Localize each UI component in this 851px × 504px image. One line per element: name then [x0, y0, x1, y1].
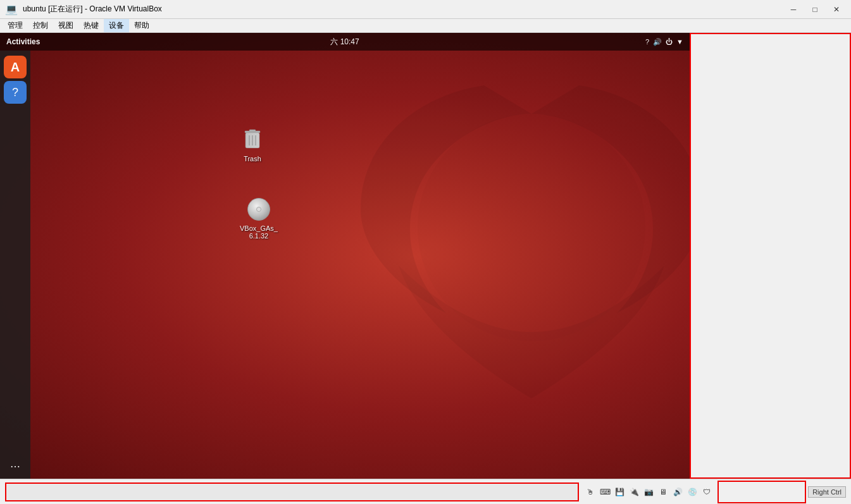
- svg-rect-2: [249, 130, 256, 132]
- window-title: ubuntu [正在运行] - Oracle VM VirtualBox: [23, 4, 162, 15]
- audio-status-icon: 🔊: [671, 486, 684, 498]
- activities-label[interactable]: Activities: [6, 37, 40, 46]
- svg-point-0: [418, 114, 645, 341]
- disc-hole: [256, 207, 261, 212]
- mouse-status-icon: 🖱: [584, 486, 597, 498]
- svg-rect-7: [245, 133, 259, 148]
- ubuntu-software-icon[interactable]: A: [4, 56, 27, 78]
- tray-arrow[interactable]: ▼: [676, 38, 683, 46]
- system-clock: 六 10:47: [330, 37, 359, 47]
- menu-manage[interactable]: 管理: [3, 19, 28, 32]
- trash-label: Trash: [244, 155, 261, 163]
- main-area: Activities 六 10:47 ? 🔊 ⏻ ▼ A ? ⋯: [0, 33, 851, 479]
- vbox-ga-label: VBox_GAs_6.1.32: [240, 224, 278, 240]
- disc-visual: [247, 198, 270, 221]
- menu-hotkey[interactable]: 热键: [78, 19, 104, 32]
- shield-status-icon: 🛡: [700, 486, 713, 498]
- storage-status-icon: 💾: [613, 486, 626, 498]
- volume-icon[interactable]: 🔊: [653, 38, 662, 46]
- ubuntu-sidebar: A ? ⋯: [0, 51, 30, 479]
- trash-icon[interactable]: Trash: [237, 125, 268, 165]
- ubuntu-topbar: Activities 六 10:47 ? 🔊 ⏻ ▼: [0, 33, 690, 51]
- bottom-right-panel: [717, 481, 806, 503]
- trash-svg: [242, 128, 263, 151]
- app-icon: 💻: [5, 3, 18, 15]
- close-button[interactable]: ✕: [827, 3, 846, 16]
- ubuntu-desktop[interactable]: Activities 六 10:47 ? 🔊 ⏻ ▼ A ? ⋯: [0, 33, 690, 479]
- minimize-button[interactable]: ─: [784, 3, 803, 16]
- statusbar-left-area: [5, 482, 579, 501]
- right-panel: [690, 33, 851, 479]
- display-status-icon: 🖥: [657, 486, 669, 498]
- camera-status-icon: 📷: [642, 486, 655, 498]
- disc-image: [246, 197, 271, 222]
- statusbar-right-area: 🖱 ⌨ 💾 🔌 📷 🖥 🔊 💿 🛡 Right Ctrl: [584, 481, 846, 503]
- system-tray: ? 🔊 ⏻ ▼: [645, 38, 683, 46]
- keyboard-status-icon: ⌨: [599, 486, 611, 498]
- optical-status-icon: 💿: [686, 486, 699, 498]
- statusbar: 🖱 ⌨ 💾 🔌 📷 🖥 🔊 💿 🛡 Right Ctrl: [0, 479, 851, 504]
- menu-view[interactable]: 视图: [53, 19, 78, 32]
- power-icon[interactable]: ⏻: [666, 38, 673, 46]
- help-icon[interactable]: ?: [4, 81, 27, 104]
- menu-control[interactable]: 控制: [28, 19, 53, 32]
- right-ctrl-label: Right Ctrl: [808, 486, 846, 498]
- menubar: 管理 控制 视图 热键 设备 帮助: [0, 19, 851, 33]
- ubuntu-decoration: [342, 66, 690, 446]
- titlebar: 💻 ubuntu [正在运行] - Oracle VM VirtualBox ─…: [0, 0, 851, 19]
- trash-image: [240, 127, 265, 152]
- titlebar-left: 💻 ubuntu [正在运行] - Oracle VM VirtualBox: [5, 3, 162, 15]
- vbox-ga-icon[interactable]: VBox_GAs_6.1.32: [237, 194, 280, 242]
- vm-screen[interactable]: Activities 六 10:47 ? 🔊 ⏻ ▼ A ? ⋯: [0, 33, 690, 479]
- menu-help[interactable]: 帮助: [129, 19, 154, 32]
- question-icon: ?: [645, 38, 649, 46]
- usb-status-icon: 🔌: [628, 486, 640, 498]
- menu-devices[interactable]: 设备: [104, 19, 129, 32]
- titlebar-controls: ─ □ ✕: [784, 3, 846, 16]
- maximize-button[interactable]: □: [805, 3, 824, 16]
- app-grid-icon[interactable]: ⋯: [10, 460, 20, 472]
